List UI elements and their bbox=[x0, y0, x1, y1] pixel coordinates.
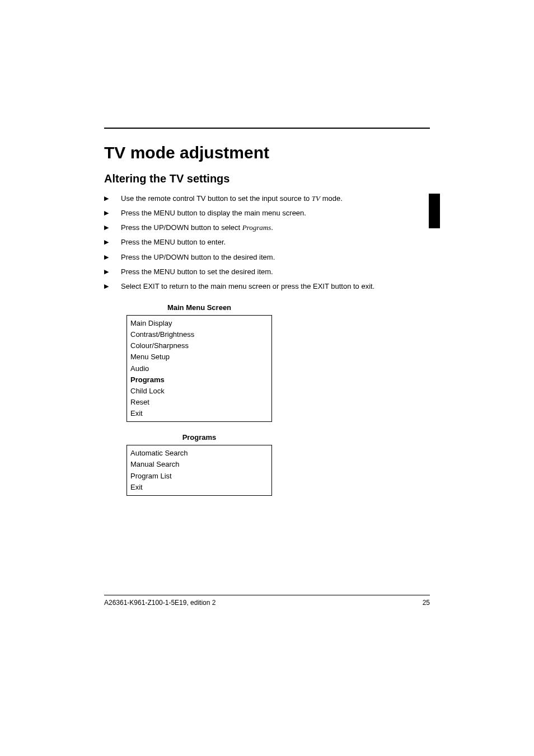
main-menu-title: Main Menu Screen bbox=[127, 303, 272, 312]
menu-item: Child Lock bbox=[130, 386, 268, 397]
step-text: Press the UP/DOWN button to select Progr… bbox=[121, 222, 430, 233]
step-item: ▶Select EXIT to return to the main menu … bbox=[104, 281, 430, 292]
page-footer: A26361-K961-Z100-1-5E19, edition 2 25 bbox=[104, 599, 430, 607]
menu-item: Exit bbox=[130, 482, 268, 493]
section-heading: Altering the TV settings bbox=[104, 172, 430, 185]
menu-item: Exit bbox=[130, 408, 268, 419]
play-bullet-icon: ▶ bbox=[104, 208, 121, 219]
menu-item: Reset bbox=[130, 397, 268, 408]
play-bullet-icon: ▶ bbox=[104, 266, 121, 278]
play-bullet-icon: ▶ bbox=[104, 252, 121, 263]
menu-item: Audio bbox=[130, 363, 268, 374]
menu-item: Manual Search bbox=[130, 459, 268, 470]
header-rule bbox=[104, 128, 430, 129]
step-item: ▶Press the MENU button to display the ma… bbox=[104, 208, 430, 219]
menu-item: Program List bbox=[130, 471, 268, 482]
programs-menu-title: Programs bbox=[127, 433, 272, 442]
main-menu-box: Main DisplayContrast/BrightnessColour/Sh… bbox=[127, 315, 272, 422]
menu-item: Contrast/Brightness bbox=[130, 329, 268, 340]
step-text: Press the MENU button to set the desired… bbox=[121, 266, 430, 278]
step-item: ▶Press the MENU button to set the desire… bbox=[104, 266, 430, 278]
menu-item: Colour/Sharpness bbox=[130, 340, 268, 351]
page-title: TV mode adjustment bbox=[104, 143, 430, 162]
main-menu-block: Main Menu Screen Main DisplayContrast/Br… bbox=[127, 303, 272, 422]
content-area: TV mode adjustment Altering the TV setti… bbox=[104, 143, 430, 496]
play-bullet-icon: ▶ bbox=[104, 193, 121, 204]
menu-item: Main Display bbox=[130, 318, 268, 329]
menu-item: Automatic Search bbox=[130, 448, 268, 459]
programs-menu-block: Programs Automatic SearchManual SearchPr… bbox=[127, 433, 272, 496]
step-item: ▶Press the MENU button to enter. bbox=[104, 237, 430, 248]
step-text: Press the UP/DOWN button to the desired … bbox=[121, 252, 430, 263]
step-item: ▶Press the UP/DOWN button to the desired… bbox=[104, 252, 430, 263]
step-item: ▶Use the remote control TV button to set… bbox=[104, 193, 430, 204]
footer-rule bbox=[104, 595, 430, 595]
menu-item: Menu Setup bbox=[130, 351, 268, 363]
step-text: Press the MENU button to enter. bbox=[121, 237, 430, 248]
play-bullet-icon: ▶ bbox=[104, 222, 121, 233]
play-bullet-icon: ▶ bbox=[104, 281, 121, 292]
programs-menu-box: Automatic SearchManual SearchProgram Lis… bbox=[127, 445, 272, 496]
step-text: Select EXIT to return to the main menu s… bbox=[121, 281, 430, 292]
footer-page-number: 25 bbox=[423, 599, 430, 607]
step-text: Use the remote control TV button to set … bbox=[121, 193, 430, 204]
step-item: ▶Press the UP/DOWN button to select Prog… bbox=[104, 222, 430, 233]
play-bullet-icon: ▶ bbox=[104, 237, 121, 248]
footer-doc-id: A26361-K961-Z100-1-5E19, edition 2 bbox=[104, 599, 216, 607]
step-text: Press the MENU button to display the mai… bbox=[121, 208, 430, 219]
page: TV mode adjustment Altering the TV setti… bbox=[0, 0, 534, 756]
menu-item: Programs bbox=[130, 374, 268, 386]
section-tab bbox=[429, 194, 440, 228]
steps-list: ▶Use the remote control TV button to set… bbox=[104, 193, 430, 292]
